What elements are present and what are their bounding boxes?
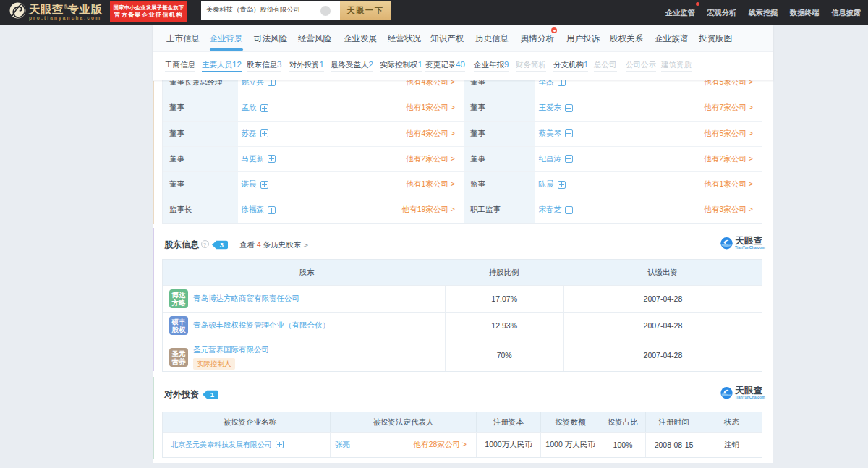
main-nav-item[interactable]: 经营状况 xyxy=(388,25,421,52)
tianyancha-watermark: 天眼查 TianYanCha.com xyxy=(720,237,764,250)
history-shareholders-link[interactable]: 查看 4 条历史股东 > xyxy=(239,240,309,250)
person-name-link[interactable]: 王爱东 xyxy=(539,103,562,113)
expand-plus-icon[interactable] xyxy=(565,206,573,214)
main-nav-item[interactable]: 企业背景 xyxy=(210,25,243,52)
main-nav-item[interactable]: 经营风险 xyxy=(298,25,331,52)
position-text: 董事 xyxy=(470,129,485,139)
logo-url: pro.tianyancha.com xyxy=(29,15,102,21)
logo-edition: 专业版 xyxy=(67,3,102,15)
search-box xyxy=(201,1,340,20)
legal-rep-link[interactable]: 张亮 xyxy=(335,440,350,450)
watermark-name: 天眼查 xyxy=(735,386,764,396)
main-nav-item[interactable]: 企业发展 xyxy=(344,25,377,52)
person-name-link[interactable]: 宋春芝 xyxy=(539,205,562,215)
nav-item-label: 企业发展 xyxy=(344,34,377,43)
related-companies-link[interactable]: 他有3家公司 > xyxy=(705,205,753,215)
person-name-link[interactable]: 蔡美琴 xyxy=(539,129,562,139)
person-name-link[interactable]: 马更新 xyxy=(242,154,265,164)
main-nav-item[interactable]: 上市信息 xyxy=(166,25,200,52)
sub-nav-item[interactable]: 主要人员12 xyxy=(202,52,242,80)
main-nav-item[interactable]: 历史信息 xyxy=(475,25,509,52)
position-text: 董事 xyxy=(169,129,184,139)
main-nav-item[interactable]: 司法风险 xyxy=(254,25,287,52)
expand-plus-icon[interactable] xyxy=(268,155,276,163)
person-cell-right: 宋春芝 他有3家公司 > xyxy=(535,197,762,222)
search-button[interactable]: 天眼一下 xyxy=(340,1,391,20)
col-header-status: 状态 xyxy=(702,412,761,432)
sub-nav-item[interactable]: 企业年报9 xyxy=(474,52,509,80)
search-input[interactable] xyxy=(206,1,313,19)
watermark-name: 天眼查 xyxy=(735,237,764,246)
top-menu-label: 线索挖掘 xyxy=(749,9,778,17)
top-menu-item[interactable]: 线索挖掘 xyxy=(749,8,778,18)
main-nav-item[interactable]: 企业族谱 xyxy=(655,25,688,52)
shareholder-cell: 圣元营养 圣元营养国际有限公司 实际控制人 xyxy=(163,339,445,372)
related-companies-link[interactable]: 他有2家公司 > xyxy=(705,154,753,164)
main-nav-item[interactable]: 投资版图 xyxy=(699,25,732,52)
sub-nav-item[interactable]: 公司公示 xyxy=(626,52,656,80)
related-companies-link[interactable]: 他有5家公司 > xyxy=(705,129,753,139)
related-companies-link[interactable]: 他有7家公司 > xyxy=(705,103,753,113)
person-name-link[interactable]: 陈晨 xyxy=(539,179,554,190)
watermark-url: TianYanCha.com xyxy=(735,246,758,250)
person-name-link[interactable]: 谌晨 xyxy=(242,179,257,190)
sub-nav-item[interactable]: 建筑资质 xyxy=(661,52,692,80)
sub-nav-item[interactable]: 实际控制权1 xyxy=(380,52,422,80)
shareholder-name-link[interactable]: 青岛博达方略商贸有限责任公司 xyxy=(193,294,299,304)
sub-nav-label: 变更记录 xyxy=(425,60,456,69)
position-text: 董事 xyxy=(169,103,184,113)
expand-plus-icon[interactable] xyxy=(268,206,276,214)
sub-nav-label: 建筑资质 xyxy=(661,60,692,69)
sub-nav-item[interactable]: 变更记录40 xyxy=(425,52,465,80)
search-circle-icon[interactable] xyxy=(320,6,331,16)
nav-item-label: 上市信息 xyxy=(166,34,200,43)
main-nav-item[interactable]: 知识产权 xyxy=(430,25,464,52)
main-nav-item[interactable]: 股权关系 xyxy=(610,25,643,52)
expand-plus-icon[interactable] xyxy=(558,181,566,189)
sub-nav-item[interactable]: 财务简析 xyxy=(516,52,546,80)
top-menu: 企业监管宏观分析线索挖掘数据终端信息披露 xyxy=(665,0,861,25)
expand-plus-icon[interactable] xyxy=(565,155,573,163)
shareholder-name-link[interactable]: 青岛硕丰股权投资管理企业（有限合伙） xyxy=(193,320,330,331)
related-companies-link[interactable]: 他有1家公司 > xyxy=(407,179,455,190)
related-companies-link[interactable]: 他有1家公司 > xyxy=(407,103,455,113)
related-companies-link[interactable]: 他有2家公司 > xyxy=(407,154,455,164)
shareholder-avatar: 博达方略 xyxy=(169,289,188,308)
invested-company-link[interactable]: 北京圣元美泰科技发展有限公司 xyxy=(171,440,272,450)
person-name-link[interactable]: 徐福森 xyxy=(242,205,265,215)
top-menu-item[interactable]: 宏观分析 xyxy=(707,8,736,18)
help-icon[interactable]: ? xyxy=(201,240,209,248)
sub-nav-item[interactable]: 对外投资1 xyxy=(289,52,324,80)
top-menu-item[interactable]: 企业监管 xyxy=(665,8,695,18)
position-text: 监事 xyxy=(470,179,485,190)
related-companies-link[interactable]: 他有4家公司 > xyxy=(407,129,455,139)
sub-nav-item[interactable]: 股东信息3 xyxy=(247,52,281,80)
sub-nav-item[interactable]: 最终受益人2 xyxy=(331,52,373,80)
rep-companies-link[interactable]: 他有28家公司 > xyxy=(414,440,467,450)
expand-plus-icon[interactable] xyxy=(260,104,268,112)
top-menu-item[interactable]: 数据终端 xyxy=(790,8,820,18)
person-name-link[interactable]: 孟欣 xyxy=(242,103,257,113)
sub-nav-item[interactable]: 分支机构1 xyxy=(553,52,588,80)
logo-text-block[interactable]: 天眼查®专业版 pro.tianyancha.com xyxy=(29,1,102,21)
expand-plus-icon[interactable] xyxy=(276,441,284,448)
person-name-link[interactable]: 纪昌涛 xyxy=(539,154,562,164)
sub-nav-label: 实际控制权 xyxy=(380,60,418,69)
related-companies-link[interactable]: 他有1家公司 > xyxy=(705,179,753,190)
expand-plus-icon[interactable] xyxy=(565,104,573,112)
person-name-link[interactable]: 苏磊 xyxy=(242,129,257,139)
expand-plus-icon[interactable] xyxy=(260,181,268,189)
sub-nav-item[interactable]: 总公司 xyxy=(594,52,617,80)
status-cell: 注销 xyxy=(702,433,761,457)
top-menu-item[interactable]: 信息披露 xyxy=(831,8,861,18)
expand-plus-icon[interactable] xyxy=(260,129,268,137)
shareholder-name-link[interactable]: 圣元营养国际有限公司 xyxy=(193,345,269,355)
main-nav-item[interactable]: 舆情分析 xyxy=(521,25,554,52)
related-companies-link[interactable]: 他有19家公司 > xyxy=(402,205,455,215)
main-nav-item[interactable]: 用户投诉 xyxy=(566,25,600,52)
nav-card: 上市信息企业背景司法风险经营风险企业发展经营状况知识产权历史信息舆情分析用户投诉… xyxy=(153,25,773,80)
sub-nav-item[interactable]: 工商信息 xyxy=(165,52,195,80)
position-label-right: 监事 xyxy=(464,172,535,197)
expand-plus-icon[interactable] xyxy=(565,129,573,137)
tianyancha-watermark: 天眼查 TianYanCha.com xyxy=(720,386,764,400)
